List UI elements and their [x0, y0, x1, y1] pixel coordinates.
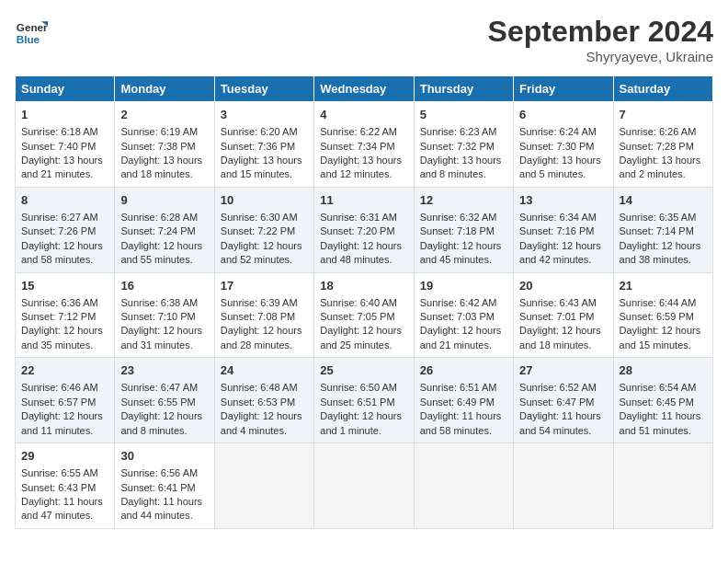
day-info-line: Daylight: 12 hours — [21, 324, 108, 338]
day-info-line: Sunrise: 6:39 AM — [221, 296, 308, 310]
day-info-line: and 47 minutes. — [21, 509, 108, 523]
day-info-line: Sunrise: 6:52 AM — [519, 381, 607, 395]
day-info-line: Sunrise: 6:27 AM — [21, 211, 108, 224]
day-info-line: Daylight: 11 hours — [620, 409, 707, 423]
day-info-line: Sunrise: 6:55 AM — [21, 466, 108, 480]
day-number: 25 — [320, 362, 407, 379]
day-number: 11 — [320, 192, 407, 209]
day-number: 20 — [519, 278, 607, 294]
day-info-line: and 1 minute. — [320, 424, 407, 438]
day-info-line: Sunset: 6:41 PM — [120, 481, 208, 495]
day-info-line: and 42 minutes. — [519, 253, 607, 267]
day-info-line: Daylight: 13 hours — [620, 154, 707, 167]
day-info-line: Sunset: 6:53 PM — [221, 396, 308, 409]
calendar-cell: 1Sunrise: 6:18 AMSunset: 7:40 PMDaylight… — [16, 102, 115, 188]
calendar-cell: 16Sunrise: 6:38 AMSunset: 7:10 PMDayligh… — [115, 272, 214, 358]
day-info-line: and 25 minutes. — [320, 339, 407, 352]
day-info-line: Sunrise: 6:43 AM — [519, 296, 607, 310]
calendar-cell: 4Sunrise: 6:22 AMSunset: 7:34 PMDaylight… — [314, 102, 414, 188]
day-info-line: Daylight: 13 hours — [120, 154, 208, 167]
calendar-cell — [414, 443, 513, 529]
calendar-cell — [514, 443, 613, 529]
day-number: 5 — [420, 107, 507, 123]
day-info-line: and 8 minutes. — [420, 167, 507, 181]
calendar-week-row: 22Sunrise: 6:46 AMSunset: 6:57 PMDayligh… — [16, 358, 713, 443]
day-info-line: Daylight: 12 hours — [320, 409, 407, 423]
weekday-header-tuesday: Tuesday — [214, 76, 313, 102]
day-info-line: Daylight: 12 hours — [21, 239, 108, 253]
day-info-line: and 8 minutes. — [120, 424, 208, 438]
day-info-line: and 15 minutes. — [620, 339, 707, 352]
calendar-cell: 30Sunrise: 6:56 AMSunset: 6:41 PMDayligh… — [115, 443, 214, 529]
day-number: 13 — [519, 192, 607, 209]
day-info-line: and 45 minutes. — [420, 253, 507, 267]
day-info-line: Daylight: 12 hours — [620, 324, 707, 338]
svg-text:General: General — [17, 21, 48, 33]
day-number: 19 — [420, 278, 507, 294]
day-info-line: Sunrise: 6:38 AM — [120, 296, 208, 310]
day-number: 1 — [21, 107, 108, 123]
day-number: 3 — [221, 107, 308, 123]
day-info-line: Daylight: 13 hours — [519, 154, 607, 167]
day-info-line: and 28 minutes. — [221, 339, 308, 352]
day-info-line: Sunrise: 6:22 AM — [320, 125, 407, 139]
day-info-line: Daylight: 12 hours — [120, 239, 208, 253]
calendar-cell: 25Sunrise: 6:50 AMSunset: 6:51 PMDayligh… — [314, 358, 414, 443]
day-number: 17 — [221, 278, 308, 294]
day-info-line: Sunrise: 6:42 AM — [420, 296, 507, 310]
day-info-line: Sunrise: 6:26 AM — [620, 125, 707, 139]
day-info-line: and 18 minutes. — [120, 167, 208, 181]
day-info-line: Sunrise: 6:18 AM — [21, 125, 108, 139]
day-info-line: Sunrise: 6:28 AM — [120, 211, 208, 224]
page-header: General Blue General Blue September 2024… — [15, 15, 713, 64]
day-info-line: Sunrise: 6:56 AM — [120, 466, 208, 480]
day-info-line: and 18 minutes. — [519, 339, 607, 352]
day-info-line: Sunset: 7:22 PM — [221, 224, 308, 238]
day-number: 14 — [620, 192, 707, 209]
day-info-line: Daylight: 12 hours — [221, 324, 308, 338]
day-info-line: Sunset: 7:20 PM — [320, 224, 407, 238]
day-info-line: Daylight: 12 hours — [320, 239, 407, 253]
calendar-cell: 10Sunrise: 6:30 AMSunset: 7:22 PMDayligh… — [214, 187, 313, 272]
calendar-cell: 7Sunrise: 6:26 AMSunset: 7:28 PMDaylight… — [613, 102, 712, 188]
day-number: 26 — [420, 362, 507, 379]
day-info-line: Daylight: 12 hours — [420, 324, 507, 338]
calendar-cell: 5Sunrise: 6:23 AMSunset: 7:32 PMDaylight… — [414, 102, 513, 188]
day-info-line: and 44 minutes. — [120, 509, 208, 523]
day-info-line: Daylight: 11 hours — [519, 409, 607, 423]
logo: General Blue General Blue — [15, 15, 48, 48]
day-number: 29 — [21, 448, 108, 465]
calendar-cell: 14Sunrise: 6:35 AMSunset: 7:14 PMDayligh… — [613, 187, 712, 272]
day-number: 24 — [221, 362, 308, 379]
day-info-line: Sunset: 6:47 PM — [519, 396, 607, 409]
day-number: 6 — [519, 107, 607, 123]
day-number: 8 — [21, 192, 108, 209]
day-info-line: Sunset: 7:26 PM — [21, 224, 108, 238]
calendar-cell: 13Sunrise: 6:34 AMSunset: 7:16 PMDayligh… — [514, 187, 613, 272]
calendar-cell — [613, 443, 712, 529]
day-info-line: Daylight: 12 hours — [420, 239, 507, 253]
calendar-cell: 9Sunrise: 6:28 AMSunset: 7:24 PMDaylight… — [115, 187, 214, 272]
day-info-line: Sunset: 7:34 PM — [320, 140, 407, 154]
calendar-cell: 6Sunrise: 6:24 AMSunset: 7:30 PMDaylight… — [514, 102, 613, 188]
day-info-line: Daylight: 12 hours — [320, 324, 407, 338]
calendar-cell: 23Sunrise: 6:47 AMSunset: 6:55 PMDayligh… — [115, 358, 214, 443]
day-number: 12 — [420, 192, 507, 209]
day-info-line: Sunset: 7:38 PM — [120, 140, 208, 154]
day-info-line: Sunrise: 6:44 AM — [620, 296, 707, 310]
day-info-line: and 31 minutes. — [120, 339, 208, 352]
day-info-line: Sunset: 7:24 PM — [120, 224, 208, 238]
day-number: 7 — [620, 107, 707, 123]
day-info-line: Sunset: 6:59 PM — [620, 310, 707, 324]
day-info-line: Sunset: 6:57 PM — [21, 396, 108, 409]
day-info-line: Sunrise: 6:20 AM — [221, 125, 308, 139]
day-number: 22 — [21, 362, 108, 379]
day-info-line: and 38 minutes. — [620, 253, 707, 267]
calendar-cell: 29Sunrise: 6:55 AMSunset: 6:43 PMDayligh… — [16, 443, 115, 529]
day-info-line: Sunset: 7:12 PM — [21, 310, 108, 324]
calendar-table: SundayMondayTuesdayWednesdayThursdayFrid… — [15, 75, 713, 529]
calendar-cell: 19Sunrise: 6:42 AMSunset: 7:03 PMDayligh… — [414, 272, 513, 358]
day-info-line: Sunset: 7:30 PM — [519, 140, 607, 154]
calendar-cell: 17Sunrise: 6:39 AMSunset: 7:08 PMDayligh… — [214, 272, 313, 358]
day-info-line: Daylight: 13 hours — [420, 154, 507, 167]
